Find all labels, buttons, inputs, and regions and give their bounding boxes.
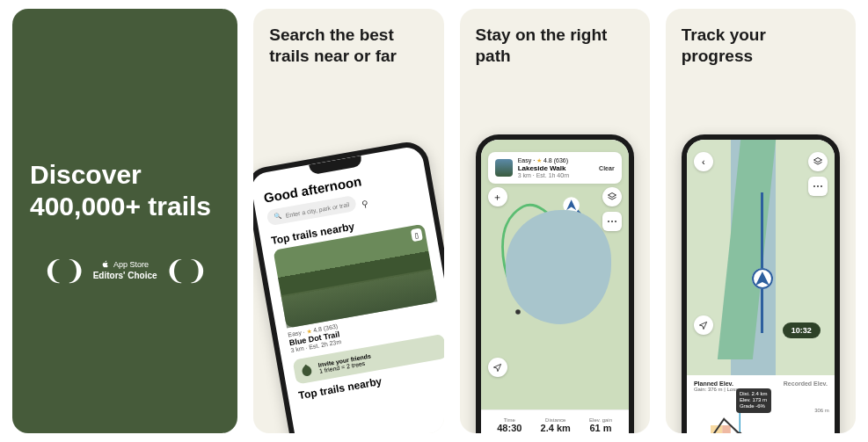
trail-thumbnail [495, 159, 513, 177]
promo-card-discover: Discover 400,000+ trails ❨❩ App Store Ed… [12, 9, 237, 433]
trail-header-card[interactable]: Easy · ★ 4.8 (636) Lakeside Walk 3 km · … [488, 152, 622, 184]
bookmark-icon[interactable]: ▯ [411, 228, 423, 242]
back-button[interactable]: ‹ [694, 152, 713, 171]
chevron-left-icon: ‹ [702, 156, 705, 167]
more-button[interactable]: ⋯ [602, 212, 622, 231]
layers-icon [813, 156, 823, 167]
editors-choice-label: Editors' Choice [93, 271, 157, 280]
apple-logo-icon [101, 260, 110, 269]
app-store-label: App Store [113, 260, 149, 269]
y-axis-high: 306 m [814, 408, 829, 413]
trail-meta: 3 km · Est. 1h 40m [518, 172, 569, 178]
card-heading: Search the best trails near or far [253, 9, 443, 67]
chart-tooltip: Dist. 2.4 km Elev. 173 m Grade -6% [736, 388, 771, 413]
elevation-chart[interactable]: Dist. 2.4 km Elev. 173 m Grade -6% 306 m… [694, 408, 828, 433]
elapsed-time-pill[interactable]: 10:32 [783, 322, 821, 338]
locate-icon [698, 321, 708, 330]
more-button[interactable]: ⋯ [808, 177, 828, 196]
editors-choice-badge: ❨❩ App Store Editors' Choice ❨❩ [42, 257, 208, 284]
promo-card-track: Track your progress ‹ ⋯ 10:32 Planned [666, 9, 856, 433]
dots-icon: ⋯ [813, 180, 822, 192]
promo-headline: Discover 400,000+ trails [30, 159, 220, 222]
trail-name: Lakeside Walk [518, 164, 569, 172]
locate-icon [492, 363, 502, 373]
stat-time: Time 48:30 [497, 417, 522, 433]
layers-button[interactable] [808, 152, 828, 171]
stat-elev-gain: Elev. gain 61 m [589, 417, 612, 433]
plus-icon: ＋ [492, 191, 502, 204]
stat-distance: Distance 2.4 km [541, 417, 571, 433]
layers-icon [607, 192, 617, 202]
layers-button[interactable] [602, 187, 622, 207]
rating-count: (636) [554, 157, 568, 163]
card-heading: Stay on the right path [460, 9, 650, 67]
promo-card-search: Search the best trails near or far Good … [253, 9, 443, 433]
star-icon: ★ [306, 328, 312, 335]
rating-value: 4.8 [543, 157, 552, 163]
star-icon: ★ [536, 157, 542, 163]
recenter-button[interactable]: ＋ [488, 187, 507, 207]
phone-mockup-track: ‹ ⋯ 10:32 Planned Elev. Recorded Elev. G… [682, 134, 840, 433]
elevation-panel: Planned Elev. Recorded Elev. Gain: 376 m… [687, 375, 835, 433]
difficulty-badge: Easy [518, 157, 532, 163]
laurel-right-icon: ❨❩ [164, 257, 208, 284]
phone-mockup-search: Good afternoon 🔍 Enter a city, park or t… [253, 139, 443, 433]
planned-elev-label: Planned Elev. [694, 380, 733, 387]
clear-button[interactable]: Clear [599, 165, 615, 171]
navigation-bottom-panel: Time 48:30 Distance 2.4 km Elev. gain 61… [481, 409, 629, 433]
card-heading: Track your progress [666, 9, 856, 67]
map-view[interactable]: Easy · ★ 4.8 (636) Lakeside Walk 3 km · … [481, 140, 629, 433]
svg-point-2 [515, 309, 521, 315]
phone-mockup-navigate: Easy · ★ 4.8 (636) Lakeside Walk 3 km · … [476, 134, 634, 433]
filter-icon[interactable]: ⚲ [361, 198, 368, 208]
locate-button[interactable] [694, 315, 713, 335]
svg-rect-6 [722, 425, 731, 433]
laurel-left-icon: ❨❩ [42, 257, 86, 284]
promo-card-path: Stay on the right path Easy · ★ [460, 9, 650, 433]
leaf-icon [299, 362, 316, 379]
locate-button[interactable] [488, 358, 507, 377]
search-placeholder: Enter a city, park or trail [285, 201, 350, 219]
recorded-elev-label: Recorded Elev. [784, 380, 828, 387]
search-icon: 🔍 [274, 213, 282, 221]
dots-icon: ⋯ [607, 215, 616, 228]
